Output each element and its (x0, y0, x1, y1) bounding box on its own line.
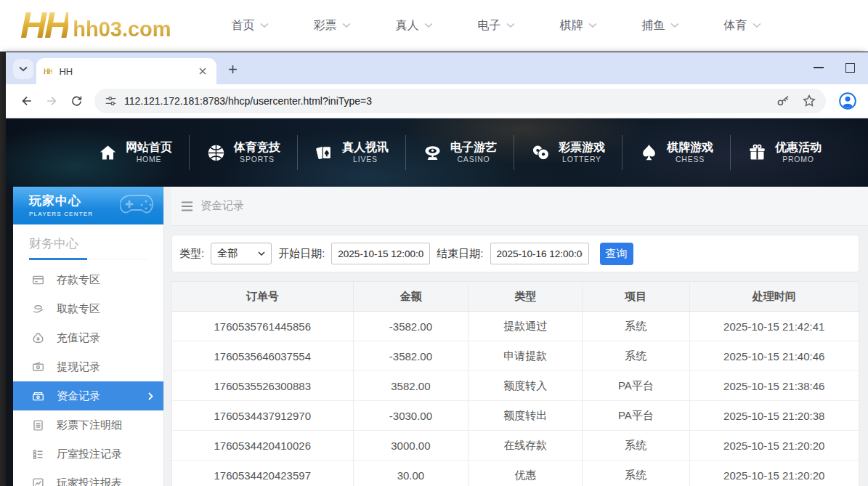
start-date-input[interactable] (331, 243, 430, 264)
sidebar-item-label: 充值记录 (57, 331, 100, 345)
window-controls (814, 58, 855, 77)
main-nav-label-cn: 体育竞技 (234, 140, 280, 155)
main-nav-home[interactable]: 网站首页HOME (81, 135, 189, 170)
site-nav-label: 捕鱼 (642, 18, 665, 33)
funds-table: 订单号 金额 类型 项目 处理时间 1760535761445856 -3582… (171, 281, 859, 486)
page-title: 资金记录 (200, 199, 244, 213)
funds-record-icon (31, 390, 44, 402)
reload-button[interactable] (64, 89, 89, 113)
cell-order-no: 1760535646037554 (172, 341, 353, 370)
main-nav-promo[interactable]: 优惠活动PROMO (730, 135, 838, 170)
chevron-down-icon (670, 23, 679, 28)
browser-tab[interactable]: HH HH (36, 58, 216, 84)
site-nav-sports[interactable]: 体育 (702, 18, 784, 33)
site-nav-lottery[interactable]: 彩票 (291, 18, 373, 33)
logo-hh-text: HH (20, 8, 68, 43)
sidebar-item-label: 存款专区 (57, 273, 100, 287)
new-tab-button[interactable] (222, 59, 243, 79)
site-nav-fishing[interactable]: 捕鱼 (620, 18, 702, 33)
main-nav: 网站首页HOME 体育竞技SPORTS 真人视讯LIVES 电子游艺CASINO… (6, 118, 868, 187)
document-icon (31, 419, 44, 432)
back-button[interactable] (15, 89, 39, 113)
site-info-icon[interactable] (105, 95, 117, 107)
cell-order-no: 1760534437912970 (172, 401, 353, 430)
sidebar-item-withdrawal-records[interactable]: 提现记录 (13, 352, 163, 381)
address-field[interactable]: 112.121.172.181:8783/hhcp/usercenter.htm… (94, 89, 826, 113)
main-nav-label-cn: 优惠活动 (775, 140, 822, 155)
chevron-down-icon (753, 23, 761, 28)
sidebar-item-lottery-bet-details[interactable]: 彩票下注明细 (13, 410, 163, 440)
site-logo[interactable]: HH hh03.com (20, 8, 171, 43)
maximize-button[interactable] (845, 63, 855, 73)
main-nav-lives[interactable]: 真人视讯LIVES (297, 135, 405, 170)
url-text: 112.121.172.181:8783/hhcp/usercenter.htm… (124, 95, 765, 107)
breadcrumb: 资金记录 (171, 187, 868, 226)
profile-button[interactable] (836, 89, 859, 113)
site-nav-slots[interactable]: 电子 (455, 18, 538, 33)
table-row: 1760535761445856 -3582.00 提款通过 系统 2025-1… (172, 312, 859, 341)
page-viewport: 网站首页HOME 体育竞技SPORTS 真人视讯LIVES 电子游艺CASINO… (6, 118, 868, 486)
main-nav-sports[interactable]: 体育竞技SPORTS (189, 135, 297, 170)
end-date-input[interactable] (490, 243, 589, 264)
col-header-amount: 金额 (353, 282, 469, 311)
sidebar-item-hall-bet-records[interactable]: 厅室投注记录 (13, 440, 163, 469)
promo-gift-icon (747, 143, 767, 163)
cell-type: 优惠 (468, 461, 582, 486)
chevron-down-icon (588, 23, 597, 28)
cell-time: 2025-10-15 21:20:38 (689, 401, 859, 430)
reload-icon (70, 94, 84, 108)
lottery-icon (531, 143, 551, 163)
main-nav-label-cn: 电子游艺 (450, 140, 497, 155)
password-manager-button[interactable] (776, 94, 791, 108)
chevron-down-icon (424, 23, 433, 28)
tab-search-button[interactable] (13, 59, 33, 79)
cell-amount: -3582.00 (353, 312, 469, 341)
site-nav-live[interactable]: 真人 (373, 18, 455, 33)
sidebar-item-label: 彩票下注明细 (57, 418, 122, 432)
type-select[interactable]: 全部 (211, 243, 272, 264)
start-date-label: 开始日期: (278, 247, 325, 261)
site-nav-chess[interactable]: 棋牌 (538, 18, 620, 33)
sidebar-item-withdraw[interactable]: 取款专区 (13, 294, 163, 323)
back-arrow-icon (20, 94, 34, 108)
sidebar-header: 玩家中心 PLAYERS CENTER (13, 187, 163, 224)
main-nav-label-en: LOTTERY (562, 155, 601, 164)
menu-icon[interactable] (181, 201, 193, 211)
sidebar-item-deposit[interactable]: 存款专区 (13, 265, 163, 294)
cell-time: 2025-10-15 21:38:46 (689, 371, 859, 400)
col-header-project: 项目 (582, 282, 689, 311)
forward-arrow-icon (44, 94, 59, 108)
site-nav-label: 电子 (478, 18, 501, 33)
chevron-down-icon (506, 23, 515, 28)
table-row: 1760534420410026 3000.00 在线存款 系统 2025-10… (172, 431, 859, 461)
sidebar-item-recharge-records[interactable]: 充值记录 (13, 323, 163, 352)
sidebar-item-label: 取款专区 (57, 302, 100, 316)
forward-button[interactable] (39, 89, 64, 113)
col-header-order-no: 订单号 (172, 282, 353, 311)
maximize-icon (845, 63, 855, 73)
bookmark-button[interactable] (803, 94, 816, 108)
sidebar-item-player-bet-report[interactable]: 玩家投注报表 (13, 469, 163, 486)
main-nav-lottery[interactable]: 彩票游戏LOTTERY (514, 135, 622, 170)
cell-type: 在线存款 (468, 431, 582, 460)
main-nav-casino[interactable]: 电子游艺CASINO (405, 135, 514, 170)
table-row: 1760535646037554 -3582.00 申请提款 系统 2025-1… (172, 341, 859, 371)
cell-order-no: 1760535526300883 (172, 371, 353, 400)
main-nav-label-en: CASINO (457, 155, 490, 164)
cell-type: 额度转入 (468, 371, 582, 400)
type-label: 类型: (179, 247, 204, 261)
main-nav-chess[interactable]: 棋牌游戏CHESS (622, 135, 730, 170)
sidebar: 玩家中心 PLAYERS CENTER 财务中心 存款专区 取款专区 (13, 187, 164, 486)
tab-favicon: HH (44, 68, 52, 76)
sidebar-item-label: 提现记录 (57, 360, 100, 374)
site-nav-home[interactable]: 首页 (209, 18, 291, 33)
tab-close-button[interactable] (196, 65, 209, 78)
cell-amount: 3582.00 (353, 371, 469, 400)
cell-type: 额度转出 (468, 401, 582, 430)
sports-icon (206, 143, 226, 163)
query-button[interactable]: 查询 (600, 243, 633, 265)
sidebar-item-funds-records[interactable]: 资金记录 (13, 381, 163, 410)
main-nav-label-cn: 真人视讯 (342, 140, 389, 155)
minimize-button[interactable] (814, 67, 824, 68)
main-nav-label-en: CHESS (676, 155, 705, 164)
